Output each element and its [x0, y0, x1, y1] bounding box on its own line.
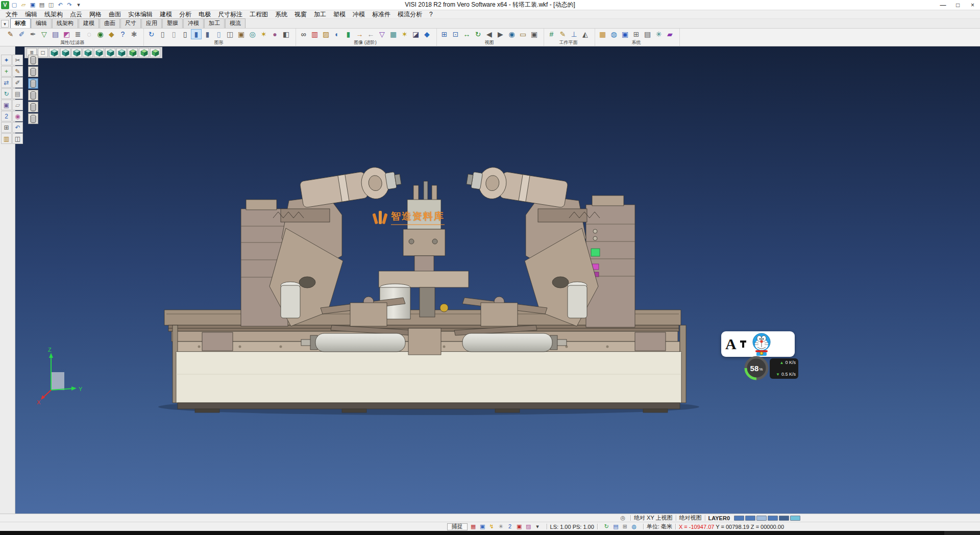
- shaded-view-icon[interactable]: ▮: [191, 29, 202, 39]
- view-left-icon[interactable]: [94, 48, 104, 57]
- render-gem-icon[interactable]: ◆: [422, 29, 432, 39]
- menu-item-12[interactable]: 系统: [272, 10, 291, 18]
- tab-overflow-button[interactable]: ▾: [1, 20, 9, 28]
- viewport[interactable]: ≡□: [15, 46, 980, 514]
- palette-tool-icon[interactable]: ▥: [1, 133, 12, 144]
- menu-item-6[interactable]: 实体编辑: [125, 10, 156, 18]
- attr-lock-icon[interactable]: ◆: [106, 29, 117, 39]
- menu-item-5[interactable]: 曲面: [105, 10, 125, 18]
- view-plain-icon[interactable]: □: [38, 48, 48, 57]
- zoom-window-icon[interactable]: ⊞: [439, 29, 450, 39]
- sys-screen-icon[interactable]: ▣: [620, 29, 630, 39]
- menu-item-18[interactable]: 模流分析: [394, 10, 426, 18]
- view-iso-se-icon[interactable]: [150, 48, 160, 57]
- layer-swatch-5[interactable]: [790, 516, 800, 521]
- absolute-view-label[interactable]: 绝对视图: [679, 514, 702, 522]
- transparent-view-icon[interactable]: ▯: [213, 29, 224, 39]
- rotate-view-icon[interactable]: ↻: [473, 29, 483, 39]
- ime-tool-icon[interactable]: [740, 340, 747, 348]
- attr-hide-icon[interactable]: ◌: [84, 29, 94, 39]
- palette-icon[interactable]: ▨: [525, 523, 532, 530]
- tab-0[interactable]: 标准: [10, 18, 31, 28]
- workplane-3d-icon[interactable]: ◭: [580, 29, 591, 39]
- grid-toggle-icon[interactable]: ▦: [470, 523, 477, 530]
- menu-item-9[interactable]: 电极: [195, 10, 214, 18]
- workplane-grid-icon[interactable]: #: [546, 29, 557, 39]
- menu-item-2[interactable]: 线架构: [41, 10, 66, 18]
- tab-10[interactable]: 模流: [225, 18, 246, 28]
- clipboard-view-icon[interactable]: ▣: [236, 29, 247, 39]
- view-bottom-icon[interactable]: [116, 48, 127, 57]
- view-top-icon[interactable]: [60, 48, 70, 57]
- snap-cross-icon[interactable]: +: [1, 66, 12, 77]
- menu-item-14[interactable]: 加工: [310, 10, 330, 18]
- lighting-icon[interactable]: ✶: [399, 29, 410, 39]
- grid2-icon[interactable]: ⊞: [621, 523, 629, 530]
- section-view-icon[interactable]: ◧: [281, 29, 291, 39]
- workplane-edit-icon[interactable]: ✎: [557, 29, 568, 39]
- two-tool-icon[interactable]: 2: [1, 111, 12, 121]
- select-wand-icon[interactable]: ✦: [1, 55, 12, 65]
- measure-icon[interactable]: ▭: [518, 29, 528, 39]
- light-view-icon[interactable]: ✶: [258, 29, 269, 39]
- attr-layer-icon[interactable]: ▤: [50, 29, 61, 39]
- annotate-icon[interactable]: ✐: [12, 77, 23, 88]
- section-mode-button[interactable]: [28, 113, 38, 124]
- shaded-edges-view-icon[interactable]: ▮: [202, 29, 213, 39]
- tab-7[interactable]: 塑膜: [162, 18, 183, 28]
- background-icon[interactable]: ◪: [410, 29, 421, 39]
- redo-icon[interactable]: ↷: [65, 1, 74, 9]
- undo-tool-icon[interactable]: ↶: [12, 122, 23, 133]
- wireframe-view-icon[interactable]: ▯: [157, 29, 168, 39]
- view-front-icon[interactable]: [71, 48, 82, 57]
- view-iso-ne-icon[interactable]: [128, 48, 138, 57]
- attr-linetype-icon[interactable]: ≣: [72, 29, 83, 39]
- sys-globe-icon[interactable]: ◍: [608, 29, 619, 39]
- rgb-bars-icon[interactable]: ▥: [309, 29, 320, 39]
- visi-logo[interactable]: V: [1, 1, 9, 9]
- sys-brush-icon[interactable]: ▰: [665, 29, 675, 39]
- save-icon[interactable]: ▣: [29, 1, 37, 9]
- wireframe-mode-button[interactable]: [28, 55, 38, 65]
- attr-brush-icon[interactable]: ✎: [5, 29, 16, 39]
- menu-item-15[interactable]: 塑模: [330, 10, 349, 18]
- sketch-icon[interactable]: ✎: [12, 66, 23, 77]
- sys-calc-icon[interactable]: ▤: [642, 29, 653, 39]
- frame-tool-icon[interactable]: ⊞: [1, 122, 12, 133]
- layer-swatch-2[interactable]: [756, 516, 767, 521]
- tab-9[interactable]: 加工: [204, 18, 225, 28]
- lightning-icon[interactable]: ↯: [488, 523, 496, 530]
- rendered-mode-button[interactable]: [28, 90, 38, 101]
- net-speed-widget[interactable]: ▲0 K/s ▼0.5 K/s: [770, 358, 798, 379]
- camera-icon[interactable]: ▣: [529, 29, 540, 39]
- undo-icon[interactable]: ↶: [56, 1, 64, 9]
- stereo-glasses-icon[interactable]: ∞: [298, 29, 309, 39]
- layer-name-label[interactable]: LAYER0: [708, 515, 730, 521]
- layer-swatch-3[interactable]: [768, 516, 778, 521]
- texture-icon[interactable]: ▦: [388, 29, 399, 39]
- cpu-usage-widget[interactable]: 58%: [744, 355, 769, 381]
- red-box-icon[interactable]: ▣: [516, 523, 523, 530]
- multi-view-icon[interactable]: ◫: [225, 29, 235, 39]
- sys-snow-icon[interactable]: ✳: [653, 29, 664, 39]
- menu-item-13[interactable]: 视窗: [291, 10, 310, 18]
- preview-icon[interactable]: ◫: [47, 1, 55, 9]
- open-file-icon[interactable]: ▱: [19, 1, 28, 9]
- sys-grid-icon[interactable]: ⊞: [631, 29, 642, 39]
- layer-swatch-1[interactable]: [745, 516, 755, 521]
- status-zoom-icon[interactable]: ◎: [620, 515, 625, 521]
- layer-swatch-4[interactable]: [779, 516, 789, 521]
- hidden-line-view-icon[interactable]: ▯: [168, 29, 179, 39]
- attr-match-icon[interactable]: ✐: [16, 29, 27, 39]
- hidden-line-mode-button[interactable]: [28, 66, 38, 77]
- screen2-icon[interactable]: ▤: [612, 523, 620, 530]
- dynamic-view-icon[interactable]: ◎: [247, 29, 258, 39]
- maximize-button[interactable]: □: [950, 0, 965, 10]
- view-iso-nw-icon[interactable]: [139, 48, 149, 57]
- attr-filter-icon[interactable]: ▽: [39, 29, 50, 39]
- view-iso-icon[interactable]: [49, 48, 59, 57]
- erase-icon[interactable]: ▱: [12, 100, 23, 110]
- env-funnel-icon[interactable]: ▽: [377, 29, 387, 39]
- menu-item-8[interactable]: 分析: [176, 10, 195, 18]
- refresh-green-icon[interactable]: ↻: [603, 523, 610, 530]
